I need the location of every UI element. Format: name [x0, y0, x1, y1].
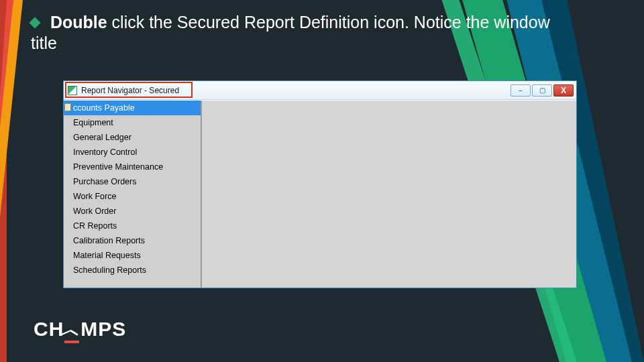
tree-item-scheduling-reports[interactable]: Scheduling Reports [64, 263, 201, 278]
instruction-text: Double click the Secured Report Definiti… [31, 13, 550, 52]
close-button[interactable]: X [553, 84, 574, 97]
tree-item-label: Material Requests [73, 251, 141, 260]
tree-item-calibration-reports[interactable]: Calibration Reports [64, 233, 201, 248]
champs-logo: CH︿MPS [34, 316, 126, 343]
tree-item-work-force[interactable]: Work Force [64, 189, 201, 204]
app-icon [68, 86, 77, 95]
instruction-bullet: Double click the Secured Report Definiti… [31, 12, 550, 54]
report-navigator-window: Report Navigator - Secured – ▢ X ccounts… [63, 80, 577, 288]
minimize-button[interactable]: – [511, 84, 531, 97]
window-controls: – ▢ X [511, 84, 574, 97]
tree-item-label: Preventive Maintenance [73, 162, 163, 172]
instruction-rest: click the Secured Report Definition icon… [31, 13, 550, 52]
tree-item-label: Scheduling Reports [73, 265, 146, 275]
window-title: Report Navigator - Secured [81, 86, 179, 95]
instruction-lead: Double [50, 13, 107, 32]
tree-item-equipment[interactable]: Equipment [64, 115, 201, 130]
tree-item-label: Work Force [73, 192, 116, 201]
tree-item-material-requests[interactable]: Material Requests [64, 248, 201, 263]
tree-item-label: General Ledger [73, 133, 131, 142]
folder-icon [64, 103, 71, 111]
client-area: ccounts Payable Equipment General Ledger… [64, 100, 576, 288]
tree-item-label: ccounts Payable [73, 103, 135, 113]
tree-item-work-order[interactable]: Work Order [64, 204, 201, 219]
tree-item-preventive-maintenance[interactable]: Preventive Maintenance [64, 160, 201, 174]
logo-part2: MPS [80, 318, 126, 340]
tree-item-general-ledger[interactable]: General Ledger [64, 130, 201, 145]
tree-item-inventory-control[interactable]: Inventory Control [64, 145, 201, 160]
bullet-icon [30, 17, 41, 29]
tree-item-label: CR Reports [73, 221, 117, 231]
tree-item-label: Equipment [73, 118, 113, 127]
tree-item-label: Purchase Orders [73, 177, 136, 186]
content-pane [202, 101, 576, 288]
tree-item-label: Work Order [73, 206, 116, 216]
slide: Double click the Secured Report Definiti… [0, 0, 644, 362]
titlebar[interactable]: Report Navigator - Secured – ▢ X [64, 81, 576, 100]
tree-item-cr-reports[interactable]: CR Reports [64, 219, 201, 233]
tree-item-accounts-payable[interactable]: ccounts Payable [64, 101, 201, 115]
maximize-button[interactable]: ▢ [532, 84, 552, 97]
tree-item-label: Inventory Control [73, 147, 137, 157]
tree-item-label: Calibration Reports [73, 236, 145, 245]
navigation-tree[interactable]: ccounts Payable Equipment General Ledger… [64, 101, 202, 288]
tree-item-purchase-orders[interactable]: Purchase Orders [64, 174, 201, 189]
